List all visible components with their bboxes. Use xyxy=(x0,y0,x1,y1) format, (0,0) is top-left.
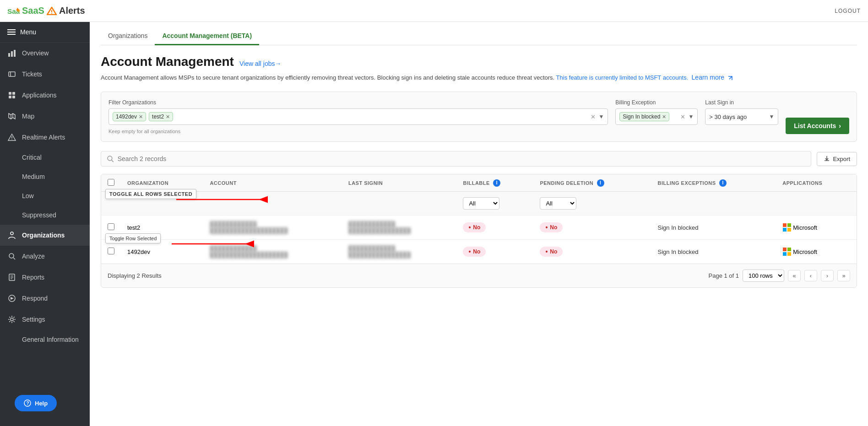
sidebar-item-critical[interactable]: Critical xyxy=(0,148,90,167)
export-label: Export xyxy=(833,156,850,162)
sidebar-item-low[interactable]: Low xyxy=(0,186,90,205)
cell-app-test2: Microsoft xyxy=(776,216,857,240)
sidebar-item-realtime-alerts[interactable]: Realtime Alerts xyxy=(0,127,90,148)
cell-billing-exception-1492dev: Sign In blocked xyxy=(651,240,776,264)
filter-last-signin-group: Last Sign in > 30 days ago ▼ xyxy=(705,99,778,125)
pending-deletion-filter-select[interactable]: All xyxy=(540,197,576,210)
export-button[interactable]: Export xyxy=(817,152,857,166)
filter-org-chevron[interactable]: ▼ xyxy=(598,113,604,120)
rows-per-page-select[interactable]: 100 rows 50 rows 25 rows xyxy=(743,270,784,282)
svg-point-18 xyxy=(11,139,12,140)
filter-last-signin-input[interactable]: > 30 days ago ▼ xyxy=(705,108,778,125)
filter-billing-chevron[interactable]: ▼ xyxy=(688,113,694,120)
remove-tag-1492dev[interactable]: ✕ xyxy=(139,114,143,120)
list-accounts-button[interactable]: List Accounts › xyxy=(786,118,849,134)
svg-rect-9 xyxy=(9,92,11,95)
th-account: ACCOUNT xyxy=(203,174,342,192)
cell-signin-1492dev: ████████████ ████████████████ xyxy=(342,240,457,264)
sidebar-item-label: Critical xyxy=(22,154,42,161)
filter-section: Filter Organizations 1492dev ✕ test2 ✕ xyxy=(101,92,857,142)
logout-button[interactable]: LOGOUT xyxy=(835,8,861,14)
svg-point-27 xyxy=(11,318,13,321)
first-page-button[interactable]: « xyxy=(788,270,801,281)
filter-last-signin-value: > 30 days ago xyxy=(709,113,747,120)
row-checkbox-test2[interactable] xyxy=(108,223,114,230)
page-description: Account Management allows MSPs to secure… xyxy=(101,73,857,82)
sidebar-item-analyze[interactable]: Analyze xyxy=(0,246,90,267)
sidebar-item-general-information[interactable]: General Information xyxy=(0,330,90,349)
table-row: 1492dev ████████████ ███████████████████… xyxy=(101,240,857,264)
cell-signin-test2: ████████████ ████████████████ xyxy=(342,216,457,240)
pagination-bar: Displaying 2 Results Page 1 of 1 100 row… xyxy=(101,264,857,287)
main-content: Organizations Account Management (BETA) … xyxy=(90,22,868,426)
sidebar: Menu Overview Tickets Applications xyxy=(0,22,90,426)
row-checkbox-1492dev[interactable] xyxy=(108,248,114,254)
alerts-icon xyxy=(47,7,57,15)
sidebar-item-reports[interactable]: Reports xyxy=(0,267,90,288)
page-info: Page 1 of 1 xyxy=(709,272,739,279)
next-page-button[interactable]: › xyxy=(821,270,834,281)
settings-icon xyxy=(7,315,16,324)
table-row: Toggle Row Selected test2 xyxy=(101,216,857,240)
filter-billing-clear[interactable]: ✕ xyxy=(680,113,685,120)
accounts-table: Toggle All Rows Selected ORGANIZATION AC… xyxy=(101,174,857,264)
pending-deletion-info-icon[interactable]: i xyxy=(597,179,604,187)
search-bar[interactable] xyxy=(101,151,811,167)
remove-billing-tag[interactable]: ✕ xyxy=(662,114,666,120)
logo-icon: SaaS xyxy=(7,6,20,16)
help-button[interactable]: ? Help xyxy=(15,395,57,411)
svg-rect-37 xyxy=(787,248,791,251)
help-label: Help xyxy=(35,400,48,407)
sidebar-item-settings[interactable]: Settings xyxy=(0,309,90,330)
export-icon xyxy=(824,156,830,162)
billing-exceptions-info-icon[interactable]: i xyxy=(719,179,727,187)
cell-account-test2: ████████████ ████████████████████ xyxy=(203,216,342,240)
remove-tag-test2[interactable]: ✕ xyxy=(166,114,170,120)
prev-page-button[interactable]: ‹ xyxy=(804,270,817,281)
filter-organizations-group: Filter Organizations 1492dev ✕ test2 ✕ xyxy=(108,99,608,134)
sidebar-item-respond[interactable]: Respond xyxy=(0,288,90,309)
cell-billable-test2: No xyxy=(456,216,533,240)
tab-organizations[interactable]: Organizations xyxy=(101,27,155,45)
billable-info-icon[interactable]: i xyxy=(493,179,500,187)
sidebar-item-label: Analyze xyxy=(22,253,45,260)
filter-tag-sign-in-blocked: Sign In blocked ✕ xyxy=(619,112,669,121)
learn-more-link[interactable]: Learn more xyxy=(692,74,725,81)
tab-account-management[interactable]: Account Management (BETA) xyxy=(155,27,259,45)
ticket-icon xyxy=(7,70,16,79)
org-icon xyxy=(7,231,16,240)
svg-rect-6 xyxy=(14,50,16,57)
filter-tag-1492dev: 1492dev ✕ xyxy=(113,112,146,121)
menu-label: Menu xyxy=(20,28,36,36)
sidebar-item-organizations[interactable]: Organizations xyxy=(0,225,90,246)
sidebar-item-suppressed[interactable]: Suppressed xyxy=(0,205,90,225)
svg-rect-38 xyxy=(783,252,787,256)
svg-marker-13 xyxy=(9,113,15,119)
svg-rect-32 xyxy=(783,223,787,227)
sidebar-item-medium[interactable]: Medium xyxy=(0,167,90,186)
svg-point-19 xyxy=(11,232,13,235)
logo: SaaS SaaS Alerts xyxy=(7,5,85,16)
svg-point-3 xyxy=(51,13,52,14)
search-input[interactable] xyxy=(118,155,806,162)
filter-last-signin-chevron[interactable]: ▼ xyxy=(769,113,774,120)
billable-badge-test2: No xyxy=(463,222,486,232)
select-all-checkbox[interactable] xyxy=(108,179,114,186)
filter-org-clear[interactable]: ✕ xyxy=(591,113,596,120)
svg-line-21 xyxy=(13,258,15,259)
pending-badge-test2: No xyxy=(540,222,563,232)
sidebar-item-tickets[interactable]: Tickets xyxy=(0,64,90,85)
sidebar-item-applications[interactable]: Applications xyxy=(0,85,90,106)
sidebar-item-overview[interactable]: Overview xyxy=(0,43,90,64)
search-bar-wrap: Export xyxy=(101,151,857,167)
sidebar-menu-toggle[interactable]: Menu xyxy=(0,22,90,43)
last-page-button[interactable]: » xyxy=(837,270,850,281)
cell-billing-exception-test2: Sign In blocked xyxy=(651,216,776,240)
filter-org-input[interactable]: 1492dev ✕ test2 ✕ ✕ ▼ xyxy=(108,108,608,125)
sidebar-item-map[interactable]: Map xyxy=(0,106,90,127)
filter-billing-input[interactable]: Sign In blocked ✕ ✕ ▼ xyxy=(615,108,698,125)
view-all-jobs-link[interactable]: View all jobs→ xyxy=(239,60,282,67)
toggle-row-tooltip: Toggle Row Selected xyxy=(105,233,161,243)
list-accounts-label: List Accounts xyxy=(794,122,836,129)
billable-filter-select[interactable]: All xyxy=(463,197,499,210)
